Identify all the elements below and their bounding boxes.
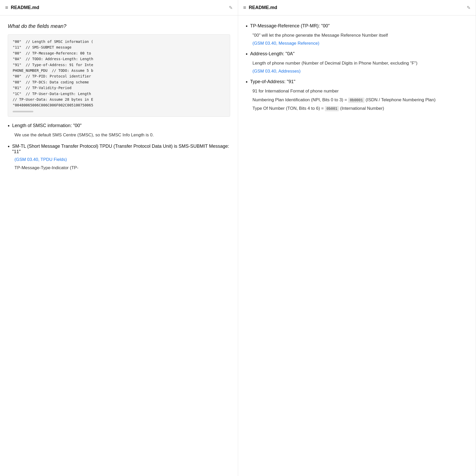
left-bullet-list: • Length of SMSC information: "00" We us… [8,123,230,171]
bullet-item-addr: • Address-Length: "0A" Length of phone n… [246,51,468,74]
bullet-smsc-body: We use the default SMS Centre (SMSC), so… [8,131,230,138]
bullet-tpmr-header: • TP-Message-Reference (TP-MR): "00" [246,23,468,29]
right-content: • TP-Message-Reference (TP-MR): "00" "00… [238,15,476,476]
gsm-addresses-link[interactable]: (GSM 03.40, Addresses) [246,69,468,74]
bullet-smsc-header: • Length of SMSC information: "00" [8,123,230,129]
code-block: "00" // Length of SMSC information ( "11… [8,34,230,117]
bullet-addr-body: Length of phone number (Number of Decima… [246,60,468,67]
bullet-tpmr-body: "00" will let the phone generate the Mes… [246,32,468,39]
bullet-smtl-header: • SM-TL (Short Message Transfer Protocol… [8,144,230,154]
right-edit-icon[interactable]: ✎ [467,5,471,11]
gsm-tpdu-link[interactable]: (GSM 03.40, TPDU Fields) [8,157,230,162]
left-header: ≡ README.md ✎ [0,0,238,15]
right-menu-icon[interactable]: ≡ [243,5,246,11]
bullet-toa-title: Type-of-Address: "91" [250,79,295,84]
bullet-item-smtl: • SM-TL (Short Message Transfer Protocol… [8,144,230,171]
bullet-addr-title: Address-Length: "0A" [250,51,295,57]
left-title: README.md [11,5,226,10]
right-panel: ≡ README.md ✎ • TP-Message-Reference (TP… [238,0,476,476]
bullet-item-tpmr: • TP-Message-Reference (TP-MR): "00" "00… [246,23,468,46]
left-edit-icon[interactable]: ✎ [229,5,233,11]
right-bullet-list: • TP-Message-Reference (TP-MR): "00" "00… [246,23,468,112]
right-header: ≡ README.md ✎ [238,0,476,15]
bullet-dot-tpmr: • [246,23,248,29]
left-menu-icon[interactable]: ≡ [5,5,8,11]
left-panel: ≡ README.md ✎ What do the fields mean? "… [0,0,238,476]
bullet-smtl-title: SM-TL (Short Message Transfer Protocol) … [12,144,230,154]
bullet-toa-header: • Type-of-Address: "91" [246,79,468,85]
bullet-tpmr-title: TP-Message-Reference (TP-MR): "00" [250,23,330,29]
bullet-item-smsc: • Length of SMSC information: "00" We us… [8,123,230,138]
npi-code: 0b0001 [348,98,364,103]
bullet-smtl-sub: TP-Message-Type-Indicator (TP- [8,164,230,171]
toa-body-1: 91 for International Format of phone num… [246,88,468,95]
bullet-dot: • [8,123,10,129]
bullet-smsc-title: Length of SMSC information: "00" [12,123,82,128]
gsm-message-ref-link[interactable]: (GSM 03.40, Message Reference) [246,41,468,46]
bullet-addr-header: • Address-Length: "0A" [246,51,468,57]
bullet-item-toa: • Type-of-Address: "91" 91 for Internati… [246,79,468,112]
section-heading: What do the fields mean? [8,23,230,29]
bullet-dot-toa: • [246,79,248,85]
toa-body-3: Type Of Number (TON, Bits 4 to 6) = 0b00… [246,105,468,112]
bullet-dot-addr: • [246,51,248,57]
toa-body-2: Numbering Plan Identification (NPI, Bits… [246,96,468,103]
code-text: "00" // Length of SMSC information ( "11… [13,39,225,108]
left-content: What do the fields mean? "00" // Length … [0,15,238,476]
ton-code: 0b001 [325,106,339,111]
bullet-dot-2: • [8,144,10,150]
right-title: README.md [249,5,464,10]
scrollbar[interactable] [13,111,33,112]
